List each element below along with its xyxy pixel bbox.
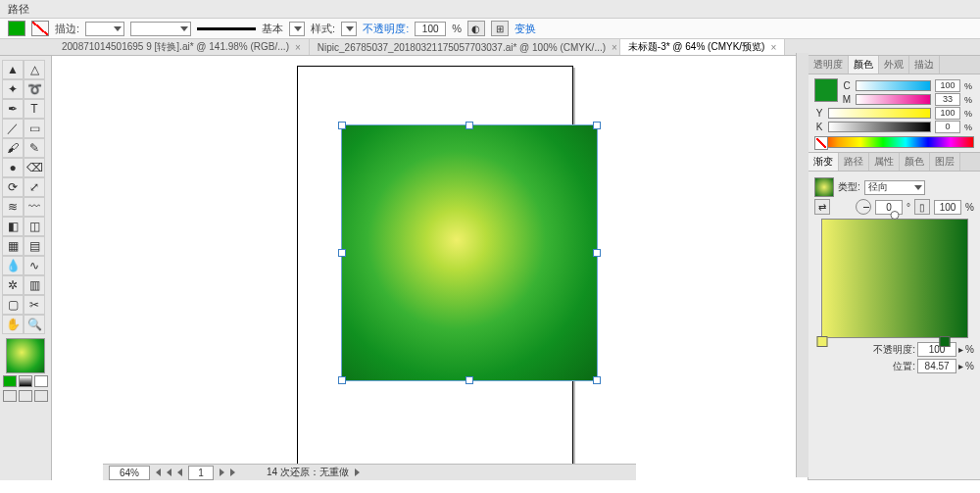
channel-input[interactable]: 0 bbox=[935, 121, 960, 133]
eyedropper-tool[interactable]: 💧 bbox=[2, 256, 24, 275]
collapsed-panel-dock[interactable] bbox=[796, 53, 808, 477]
artboard-tool[interactable]: ▢ bbox=[2, 295, 24, 315]
channel-input[interactable]: 100 bbox=[935, 107, 960, 120]
resize-handle[interactable] bbox=[338, 249, 346, 257]
blob-brush-tool[interactable]: ● bbox=[2, 158, 24, 177]
channel-input[interactable]: 100 bbox=[935, 79, 960, 92]
opacity-label: 不透明度: bbox=[873, 343, 915, 357]
pen-tool[interactable]: ✒ bbox=[2, 99, 24, 119]
gradient-stop[interactable] bbox=[940, 336, 951, 347]
resize-handle[interactable] bbox=[466, 376, 473, 384]
warp-tool[interactable]: 〰 bbox=[24, 197, 45, 217]
artboard-index-input[interactable]: 1 bbox=[188, 466, 214, 480]
tab-gradient[interactable]: 渐变 bbox=[808, 153, 839, 171]
hand-tool[interactable]: ✋ bbox=[2, 315, 24, 334]
direct-select-tool[interactable]: △ bbox=[24, 60, 45, 79]
zoom-down-icon[interactable] bbox=[156, 468, 161, 476]
blend-tool[interactable]: ∿ bbox=[24, 256, 45, 275]
channel-slider[interactable] bbox=[828, 122, 931, 132]
recolor-icon[interactable]: ◐ bbox=[467, 21, 485, 36]
gradient-midpoint[interactable] bbox=[890, 211, 899, 220]
none-color-icon[interactable] bbox=[814, 136, 828, 150]
channel-input[interactable]: 33 bbox=[935, 93, 960, 106]
magic-wand-tool[interactable]: ✦ bbox=[2, 79, 24, 99]
opacity-link[interactable]: 不透明度: bbox=[363, 22, 409, 36]
lasso-tool[interactable]: ➰ bbox=[24, 79, 45, 99]
tab-stroke[interactable]: 描边 bbox=[909, 56, 940, 74]
transform-link[interactable]: 变换 bbox=[514, 22, 536, 36]
style-dropdown[interactable] bbox=[341, 22, 357, 36]
reverse-gradient-icon[interactable]: ⇄ bbox=[814, 199, 830, 215]
last-artboard-icon[interactable] bbox=[230, 468, 235, 476]
channel-slider[interactable] bbox=[828, 108, 931, 119]
resize-handle[interactable] bbox=[466, 122, 473, 129]
opacity-input[interactable]: 100 bbox=[415, 22, 446, 36]
align-icon[interactable]: ⊞ bbox=[491, 21, 509, 36]
stroke-weight-dropdown[interactable] bbox=[85, 22, 124, 36]
first-artboard-icon[interactable] bbox=[167, 468, 172, 476]
zoom-tool[interactable]: 🔍 bbox=[24, 315, 45, 334]
angle-dial[interactable] bbox=[856, 199, 871, 215]
type-tool[interactable]: T bbox=[24, 99, 45, 119]
spectrum-bar[interactable] bbox=[814, 136, 974, 148]
rectangle-tool[interactable]: ▭ bbox=[24, 119, 45, 138]
tab-appearance[interactable]: 外观 bbox=[879, 56, 909, 74]
symbol-spray-tool[interactable]: ✲ bbox=[2, 275, 24, 295]
tab-attributes[interactable]: 属性 bbox=[869, 153, 900, 171]
zoom-input[interactable]: 64% bbox=[109, 466, 150, 480]
resize-handle[interactable] bbox=[593, 249, 601, 257]
gradient-type-dropdown[interactable]: 径向 bbox=[864, 180, 925, 195]
rotate-tool[interactable]: ⟳ bbox=[2, 177, 24, 197]
gradient-stop[interactable] bbox=[816, 336, 827, 347]
channel-slider[interactable] bbox=[856, 94, 931, 105]
screen-mode-buttons[interactable] bbox=[3, 390, 48, 402]
fill-swatch[interactable] bbox=[8, 21, 25, 36]
width-tool[interactable]: ≋ bbox=[2, 197, 24, 217]
stroke-profile-dropdown[interactable] bbox=[130, 22, 191, 36]
fill-color-swatch[interactable] bbox=[814, 78, 838, 102]
document-tab[interactable]: Nipic_26785037_20180321175057703037.ai* … bbox=[310, 39, 620, 55]
tab-color[interactable]: 颜色 bbox=[849, 56, 879, 74]
fill-stroke-indicator[interactable] bbox=[6, 338, 45, 373]
stroke-swatch[interactable] bbox=[31, 21, 49, 36]
resize-handle[interactable] bbox=[338, 122, 346, 129]
document-tab[interactable]: 未标题-3* @ 64% (CMYK/预览) × bbox=[620, 39, 785, 55]
resize-handle[interactable] bbox=[593, 376, 601, 384]
tab-layers[interactable]: 图层 bbox=[930, 153, 960, 171]
prev-artboard-icon[interactable] bbox=[177, 468, 182, 476]
pencil-tool[interactable]: ✎ bbox=[24, 138, 45, 158]
channel-slider[interactable] bbox=[856, 80, 931, 91]
column-graph-tool[interactable]: ▥ bbox=[24, 275, 45, 295]
next-artboard-icon[interactable] bbox=[220, 468, 224, 476]
stop-opacity-input[interactable]: 100 bbox=[917, 342, 956, 357]
tab-pathfinder[interactable]: 路径 bbox=[839, 153, 869, 171]
gradient-ramp[interactable] bbox=[821, 219, 968, 338]
angle-input[interactable]: 0 bbox=[875, 200, 903, 215]
gradient-thumb[interactable] bbox=[814, 177, 834, 197]
tab-color2[interactable]: 颜色 bbox=[900, 153, 930, 171]
selected-object[interactable] bbox=[341, 124, 598, 381]
mesh-tool[interactable]: ▦ bbox=[2, 236, 24, 256]
status-menu-icon[interactable] bbox=[355, 468, 360, 476]
aspect-input[interactable]: 100 bbox=[934, 200, 961, 215]
slice-tool[interactable]: ✂ bbox=[24, 295, 45, 315]
resize-handle[interactable] bbox=[338, 376, 346, 384]
gradient-tool[interactable]: ▤ bbox=[24, 236, 45, 256]
close-icon[interactable]: × bbox=[612, 42, 617, 53]
canvas[interactable]: 64% 1 14 次还原：无重做 bbox=[52, 56, 808, 480]
close-icon[interactable]: × bbox=[770, 42, 776, 53]
scale-tool[interactable]: ⤢ bbox=[24, 177, 45, 197]
line-tool[interactable]: ／ bbox=[2, 119, 24, 138]
color-mode-swatches[interactable] bbox=[3, 375, 48, 387]
stop-location-input[interactable]: 84.57 bbox=[917, 359, 956, 373]
shape-builder-tool[interactable]: ◧ bbox=[2, 217, 24, 236]
brush-dropdown[interactable] bbox=[289, 22, 305, 36]
brush-tool[interactable]: 🖌 bbox=[2, 138, 24, 158]
close-icon[interactable]: × bbox=[295, 42, 301, 53]
eraser-tool[interactable]: ⌫ bbox=[24, 158, 45, 177]
selection-tool[interactable]: ▲ bbox=[2, 60, 24, 79]
tab-transparency[interactable]: 透明度 bbox=[808, 56, 849, 74]
document-tab[interactable]: 200871014501695 9 [转换].ai* @ 141.98% (RG… bbox=[54, 39, 310, 55]
resize-handle[interactable] bbox=[593, 122, 601, 129]
perspective-tool[interactable]: ◫ bbox=[24, 217, 45, 236]
